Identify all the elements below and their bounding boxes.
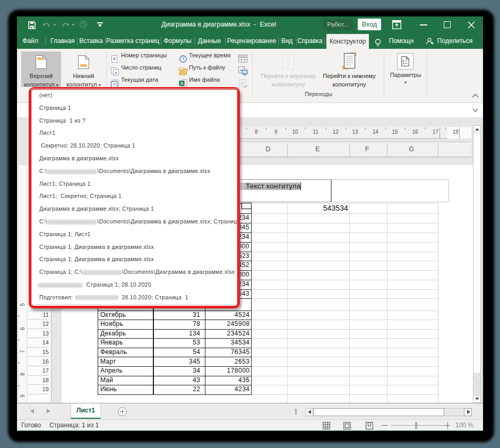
svg-text:7: 7 — [113, 82, 115, 88]
svg-text:X: X — [180, 81, 184, 86]
svg-text:#: # — [113, 56, 116, 62]
svg-text:#: # — [115, 71, 117, 75]
